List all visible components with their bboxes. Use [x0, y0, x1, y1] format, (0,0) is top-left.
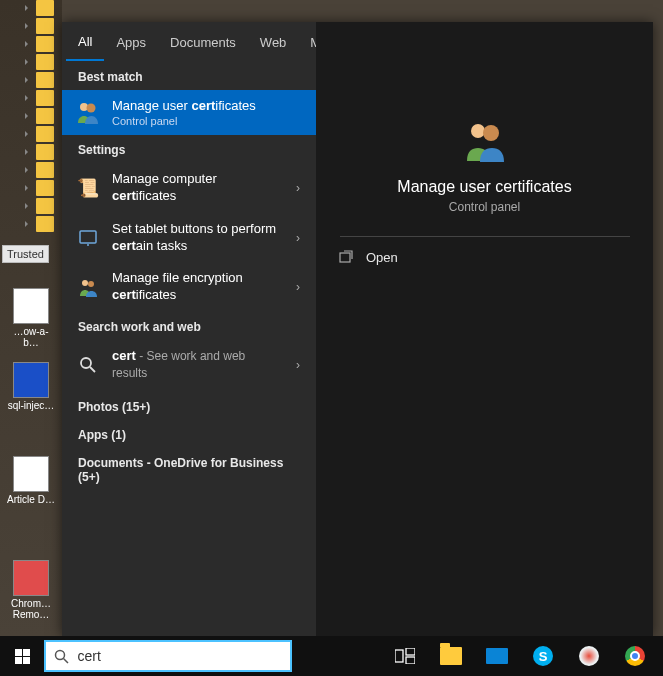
result-manage-computer-certificates[interactable]: 📜 Manage computer certificates ›: [62, 163, 316, 213]
explorer-tree-peek: [36, 0, 54, 232]
desktop-shortcut[interactable]: Chrom… Remo…: [6, 560, 56, 620]
preview-title: Manage user certificates: [397, 178, 571, 196]
taskbar-monitor-app[interactable]: [477, 636, 517, 676]
summary-apps[interactable]: Apps (1): [62, 418, 316, 446]
start-button[interactable]: [0, 636, 44, 676]
section-best-match: Best match: [62, 62, 316, 90]
result-subtitle: Control panel: [112, 115, 304, 127]
svg-point-8: [471, 124, 485, 138]
result-search-web[interactable]: cert - See work and web results ›: [62, 340, 316, 390]
result-manage-user-certificates[interactable]: Manage user certificates Control panel: [62, 90, 316, 135]
svg-rect-10: [340, 253, 350, 262]
result-file-encryption-certificates[interactable]: Manage file encryption certificates ›: [62, 262, 316, 312]
svg-rect-14: [406, 648, 415, 655]
taskbar: S: [0, 636, 663, 676]
taskbar-pinned-apps: S: [385, 636, 663, 676]
chevron-right-icon: ›: [292, 231, 304, 245]
tab-apps[interactable]: Apps: [104, 25, 158, 60]
result-title: Manage computer certificates: [112, 171, 282, 205]
preview-action-label: Open: [366, 250, 398, 265]
tab-web[interactable]: Web: [248, 25, 299, 60]
user-certificates-icon: [74, 98, 102, 126]
tab-all[interactable]: All: [66, 24, 104, 61]
skype-icon: S: [533, 646, 553, 666]
open-icon: [338, 249, 354, 265]
svg-rect-13: [395, 650, 403, 662]
file-explorer-icon: [440, 647, 462, 665]
search-input[interactable]: [77, 648, 282, 664]
svg-rect-2: [80, 231, 96, 243]
summary-photos[interactable]: Photos (15+): [62, 390, 316, 418]
search-icon: [54, 649, 69, 664]
people-icon: [74, 273, 102, 301]
taskbar-snip[interactable]: [569, 636, 609, 676]
result-tablet-buttons[interactable]: Set tablet buttons to perform certain ta…: [62, 213, 316, 263]
svg-point-11: [56, 650, 65, 659]
svg-line-12: [64, 658, 69, 663]
chevron-right-icon: ›: [292, 181, 304, 195]
desktop-shortcut[interactable]: Article D…: [6, 456, 56, 505]
taskbar-chrome[interactable]: [615, 636, 655, 676]
snip-icon: [579, 646, 599, 666]
section-search-web: Search work and web: [62, 312, 316, 340]
taskbar-search-box[interactable]: [44, 640, 292, 672]
tab-documents[interactable]: Documents: [158, 25, 248, 60]
svg-point-1: [87, 104, 96, 113]
taskbar-explorer[interactable]: [431, 636, 471, 676]
task-view-button[interactable]: [385, 636, 425, 676]
tablet-icon: [74, 224, 102, 252]
svg-point-3: [87, 244, 89, 246]
result-title: Manage file encryption certificates: [112, 270, 282, 304]
certificate-icon: 📜: [74, 174, 102, 202]
svg-line-7: [90, 367, 95, 372]
explorer-node-label: Trusted: [2, 245, 49, 263]
chevron-right-icon: ›: [292, 358, 304, 372]
desktop-shortcut[interactable]: …ow-a-b…: [6, 288, 56, 348]
svg-point-6: [81, 358, 91, 368]
chevron-right-icon: ›: [292, 280, 304, 294]
svg-rect-15: [406, 657, 415, 664]
windows-icon: [15, 649, 30, 664]
preview-subtitle: Control panel: [449, 200, 520, 214]
desktop-background: Trusted …ow-a-b… sql-injec… Article D… C…: [0, 0, 62, 636]
monitor-icon: [486, 648, 508, 664]
preview-icon: [461, 116, 509, 164]
chrome-icon: [625, 646, 645, 666]
taskbar-skype[interactable]: S: [523, 636, 563, 676]
svg-point-4: [82, 280, 88, 286]
preview-action-open[interactable]: Open: [316, 237, 653, 277]
start-search-panel: All Apps Documents Web More C ✦ ⋯ Best m…: [62, 22, 653, 636]
result-title: cert - See work and web results: [112, 348, 282, 382]
result-title: Manage user certificates: [112, 98, 304, 115]
search-icon: [74, 351, 102, 379]
result-title: Set tablet buttons to perform certain ta…: [112, 221, 282, 255]
summary-documents[interactable]: Documents - OneDrive for Business (5+): [62, 446, 316, 488]
section-settings: Settings: [62, 135, 316, 163]
svg-point-5: [88, 281, 94, 287]
desktop-shortcut[interactable]: sql-injec…: [6, 362, 56, 411]
svg-point-9: [483, 125, 499, 141]
